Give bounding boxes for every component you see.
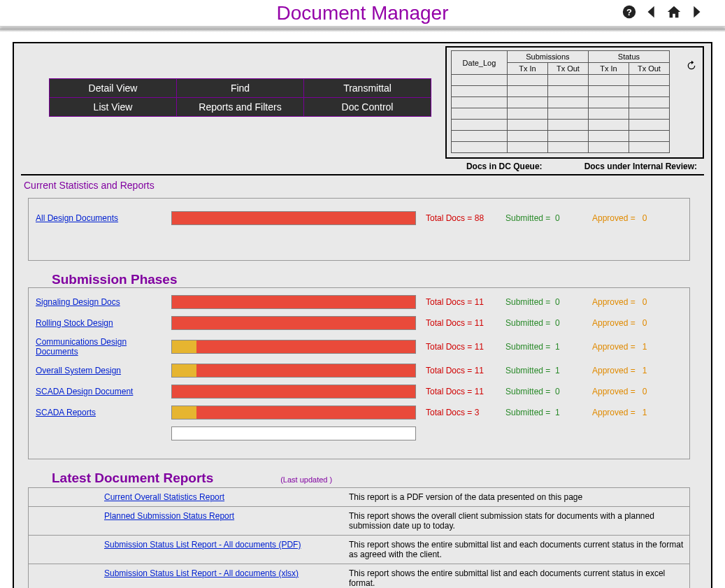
- phase-approved: Approved = 1: [592, 342, 676, 352]
- phase-link[interactable]: SCADA Design Document: [36, 387, 168, 396]
- phase-bar-red: [172, 296, 415, 308]
- nav-reports-filters[interactable]: Reports and Filters: [177, 98, 304, 117]
- report-link[interactable]: Submission Status List Report - All docu…: [104, 568, 349, 588]
- nav-button-grid: Detail View Find Transmittal List View R…: [49, 78, 431, 117]
- latest-reports-title: Latest Document Reports: [52, 471, 213, 486]
- overall-bar: [171, 211, 416, 225]
- phase-link[interactable]: SCADA Reports: [36, 408, 168, 417]
- phase-bar-red: [172, 340, 415, 353]
- table-row: [451, 108, 669, 120]
- table-row: [451, 75, 669, 86]
- phase-submitted: Submitted = 1: [505, 408, 589, 417]
- phase-bar-red: [172, 317, 415, 329]
- table-row: [451, 142, 669, 153]
- phase-total: Total Docs = 11: [426, 318, 503, 328]
- phase-submitted: Submitted = 0: [505, 318, 589, 328]
- report-row: Submission Status List Report - All docu…: [29, 535, 689, 564]
- phase-approved: Approved = 0: [592, 387, 676, 396]
- table-row: [451, 120, 669, 131]
- nav-detail-view[interactable]: Detail View: [50, 79, 177, 98]
- phase-bar: [171, 385, 416, 399]
- overall-total: Total Docs = 88: [426, 213, 503, 223]
- nav-transmittal[interactable]: Transmittal: [304, 79, 431, 98]
- report-desc: This report shows the overall client sub…: [349, 511, 684, 531]
- nav-list-view[interactable]: List View: [50, 98, 177, 117]
- overall-submitted: Submitted = 0: [505, 213, 589, 223]
- refresh-icon[interactable]: [686, 60, 697, 71]
- col-txin-1: Tx In: [507, 63, 547, 75]
- phase-bar-red: [172, 364, 415, 377]
- report-link[interactable]: Current Overall Statistics Report: [104, 492, 349, 502]
- phase-bar: [171, 295, 416, 309]
- phase-approved: Approved = 1: [592, 408, 676, 417]
- phase-bar: [171, 364, 416, 378]
- phase-total: Total Docs = 3: [426, 408, 503, 417]
- col-txin-2: Tx In: [588, 63, 629, 75]
- home-icon[interactable]: [666, 4, 682, 20]
- overall-approved: Approved = 0: [592, 213, 676, 223]
- phase-bar-yellow: [172, 340, 196, 353]
- main-panel: Detail View Find Transmittal List View R…: [13, 42, 712, 588]
- phase-row: SCADA ReportsTotal Docs = 3Submitted = 1…: [36, 406, 682, 420]
- report-row: Current Overall Statistics ReportThis re…: [29, 488, 689, 506]
- phase-row: Communications Design DocumentsTotal Doc…: [36, 337, 682, 357]
- phase-approved: Approved = 0: [592, 297, 676, 307]
- phase-bar-yellow: [172, 406, 196, 419]
- last-updated-label: (Last updated ): [280, 475, 332, 484]
- overall-stats-box: All Design Documents Total Docs = 88 Sub…: [28, 198, 690, 261]
- header-divider: [0, 27, 725, 32]
- nav-find[interactable]: Find: [177, 79, 304, 98]
- phase-bar-red: [172, 385, 415, 398]
- nav-doc-control[interactable]: Doc Control: [304, 98, 431, 117]
- report-row: Planned Submission Status ReportThis rep…: [29, 506, 689, 535]
- page-title: Document Manager: [277, 2, 449, 24]
- phase-total: Total Docs = 11: [426, 387, 503, 396]
- reports-box: Current Overall Statistics ReportThis re…: [28, 487, 690, 588]
- phase-row: Signaling Design DocsTotal Docs = 11Subm…: [36, 295, 682, 309]
- stats-section-title: Current Statistics and Reports: [24, 180, 704, 191]
- next-icon[interactable]: [689, 4, 704, 20]
- table-row: [451, 131, 669, 142]
- all-design-docs-link[interactable]: All Design Documents: [36, 213, 168, 223]
- phase-row: SCADA Design DocumentTotal Docs = 11Subm…: [36, 385, 682, 399]
- col-date-log: Date_Log: [451, 51, 507, 75]
- phase-approved: Approved = 1: [592, 366, 676, 375]
- report-link[interactable]: Submission Status List Report - All docu…: [104, 540, 349, 559]
- phase-bar: [171, 316, 416, 330]
- phase-link[interactable]: Communications Design Documents: [36, 337, 168, 357]
- docs-under-review-label: Docs under Internal Review:: [584, 162, 697, 171]
- col-txout-2: Tx Out: [629, 63, 669, 75]
- colgroup-submissions: Submissions: [507, 51, 588, 63]
- section-divider: [21, 174, 704, 175]
- phase-total: Total Docs = 11: [426, 366, 503, 375]
- table-row: [451, 86, 669, 97]
- phase-approved: Approved = 0: [592, 318, 676, 328]
- help-icon[interactable]: ?: [622, 4, 637, 20]
- header-icons: ?: [622, 4, 704, 20]
- report-desc: This report shows the entire submittal l…: [349, 568, 684, 588]
- app-header: Document Manager ?: [0, 0, 725, 27]
- phase-link[interactable]: Rolling Stock Design: [36, 318, 168, 328]
- report-link[interactable]: Planned Submission Status Report: [104, 511, 349, 531]
- phase-submitted: Submitted = 1: [505, 342, 589, 352]
- phase-submitted: Submitted = 0: [505, 297, 589, 307]
- phase-row: Overall System DesignTotal Docs = 11Subm…: [36, 364, 682, 378]
- col-txout-1: Tx Out: [547, 63, 588, 75]
- prev-icon[interactable]: [644, 4, 659, 20]
- phase-row: Rolling Stock DesignTotal Docs = 11Submi…: [36, 316, 682, 330]
- phase-link[interactable]: Overall System Design: [36, 366, 168, 375]
- log-table: Date_Log Submissions Status Tx In Tx Out…: [451, 50, 670, 153]
- docs-in-dc-queue-label: Docs in DC Queue:: [466, 162, 543, 171]
- colgroup-status: Status: [588, 51, 669, 63]
- phase-link[interactable]: Signaling Design Docs: [36, 297, 168, 307]
- phase-submitted: Submitted = 0: [505, 387, 589, 396]
- report-desc: This report shows the entire submittal l…: [349, 540, 684, 559]
- empty-bar: [171, 426, 416, 440]
- phases-title: Submission Phases: [52, 272, 704, 287]
- svg-text:?: ?: [626, 7, 632, 17]
- report-desc: This report is a PDF version of the data…: [349, 492, 684, 502]
- phase-bar: [171, 406, 416, 420]
- phase-bar-red: [172, 406, 415, 419]
- phase-row-empty: [36, 426, 682, 440]
- table-row: [451, 97, 669, 108]
